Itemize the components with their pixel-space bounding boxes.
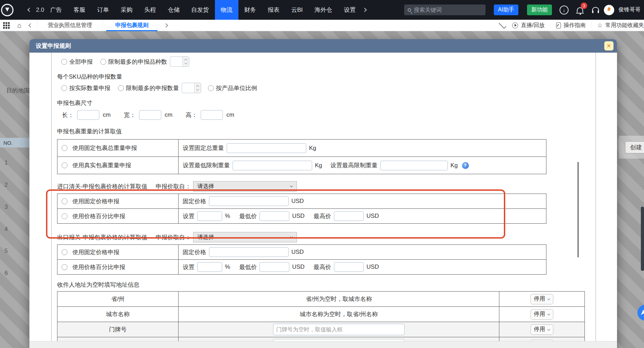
- import-min-label: 最低价: [239, 212, 257, 220]
- nav-item-ads[interactable]: 广告: [44, 0, 68, 20]
- ai-assistant-button[interactable]: AI助手: [494, 5, 518, 15]
- nav-item-cloudbi[interactable]: 云BI: [285, 0, 309, 20]
- radio-icon[interactable]: [62, 162, 67, 168]
- radio-limit-qty[interactable]: 限制最多的申报数量: [118, 84, 179, 92]
- height-input[interactable]: [201, 110, 223, 120]
- table-row: 使用固定包裹总重量申报 设置固定总重量 Kg: [57, 140, 546, 157]
- usd-unit: USD: [292, 264, 305, 270]
- tab-declare-package-rules[interactable]: 申报包裹规则: [105, 20, 159, 31]
- nav-item-logistics-active[interactable]: 物流: [215, 0, 238, 20]
- house-number-input[interactable]: [273, 324, 405, 335]
- width-input[interactable]: [139, 110, 161, 120]
- global-search-box[interactable]: [404, 5, 486, 15]
- radio-icon[interactable]: [61, 59, 67, 65]
- package-size-heading: 申报包裹尺寸: [57, 99, 596, 107]
- nav-back-chevron-icon[interactable]: [27, 8, 32, 12]
- import-price-source-select[interactable]: 请选择: [193, 181, 297, 191]
- nav-item-settings[interactable]: 设置: [338, 0, 362, 20]
- nav-item-service[interactable]: 客服: [68, 0, 91, 20]
- nav-item-purchase[interactable]: 采购: [115, 0, 138, 20]
- radio-icon[interactable]: [100, 59, 106, 65]
- city-status-select[interactable]: 停用: [530, 309, 553, 320]
- table-row: 城市名称 城市名称为空时，取省/州名称 停用: [57, 307, 585, 322]
- radio-unit-ratio[interactable]: 按产品单位比例: [208, 84, 257, 92]
- stepper-arrows-icon[interactable]: [182, 57, 189, 66]
- phone-input[interactable]: [273, 339, 405, 341]
- chevron-down-icon: [547, 312, 550, 315]
- house-number-status-select[interactable]: 停用: [530, 324, 553, 335]
- close-icon[interactable]: ✕: [604, 41, 614, 51]
- modal-scrollbar-thumb[interactable]: [578, 162, 579, 257]
- notifications-bell[interactable]: 3: [577, 7, 583, 12]
- nav-item-firstleg[interactable]: 头程: [138, 0, 162, 20]
- qty-limit-stepper[interactable]: [182, 83, 201, 93]
- radio-icon[interactable]: [62, 198, 67, 204]
- tab-business-license[interactable]: 营业执照信息管理: [37, 20, 103, 31]
- username-label[interactable]: 俊锋哥哥: [618, 6, 641, 14]
- radio-export-percent-price[interactable]: 使用价格百分比申报: [62, 263, 178, 271]
- help-icon[interactable]: ?: [462, 162, 469, 169]
- operation-guide-button[interactable]: 操作指南: [550, 22, 591, 29]
- radio-icon[interactable]: [62, 249, 67, 255]
- apps-grid-icon[interactable]: [3, 22, 10, 29]
- max-weight-input[interactable]: [380, 161, 448, 170]
- row-number: 3: [4, 204, 8, 211]
- search-input[interactable]: [414, 7, 473, 13]
- nav-version-label[interactable]: 2.0: [36, 7, 44, 14]
- nav-more-chevron-icon[interactable]: [362, 8, 367, 12]
- radio-icon[interactable]: [62, 264, 67, 270]
- new-features-button[interactable]: 新功能: [527, 5, 552, 15]
- floating-action-button[interactable]: [637, 305, 644, 321]
- import-percent-input[interactable]: [197, 211, 222, 221]
- nav-item-orders[interactable]: 订单: [91, 0, 115, 20]
- radio-limit-variety[interactable]: 限制最多的申报品种数: [100, 58, 167, 66]
- radio-declare-all[interactable]: 全部申报: [61, 58, 93, 66]
- home-icon[interactable]: ⌂: [17, 22, 21, 29]
- export-percent-input[interactable]: [197, 262, 222, 272]
- page-scrollbar-thumb[interactable]: [641, 207, 644, 271]
- usd-unit: USD: [366, 213, 379, 220]
- radio-import-fixed-price[interactable]: 使用固定价格申报: [62, 197, 178, 205]
- length-input[interactable]: [77, 110, 99, 120]
- nav-item-overseas[interactable]: 海外仓: [309, 0, 338, 20]
- radio-icon[interactable]: [208, 85, 214, 91]
- export-min-price-input[interactable]: [260, 262, 289, 272]
- live-replay-button[interactable]: 直播/回放: [506, 22, 550, 29]
- radio-icon[interactable]: [118, 85, 124, 91]
- nav-item-selfship[interactable]: 自发货: [185, 0, 215, 20]
- app-logo-icon[interactable]: [1, 4, 13, 16]
- radio-icon[interactable]: [61, 85, 67, 91]
- import-max-price-input[interactable]: [334, 211, 364, 221]
- collapse-chevron-icon[interactable]: [499, 21, 506, 29]
- export-max-price-input[interactable]: [334, 262, 364, 272]
- radio-fixed-total-weight[interactable]: 使用固定包裹总重量申报: [62, 144, 178, 152]
- export-price-source-select[interactable]: 请选择: [193, 232, 297, 242]
- export-fixed-price-input[interactable]: [209, 247, 289, 257]
- radio-export-fixed-price[interactable]: 使用固定价格申报: [62, 248, 178, 256]
- variety-count-stepper[interactable]: [170, 56, 189, 67]
- radio-icon[interactable]: [62, 213, 67, 219]
- import-fixed-price-input[interactable]: [209, 196, 289, 206]
- create-button[interactable]: 创建: [625, 141, 644, 153]
- support-headset-icon[interactable]: [592, 7, 599, 13]
- radio-actual-qty[interactable]: 按实际数量申报: [61, 84, 110, 92]
- import-min-price-input[interactable]: [260, 211, 289, 221]
- province-status-select[interactable]: 停用: [530, 294, 553, 304]
- favorites-button[interactable]: ☆ 常用功能收藏夹: [591, 22, 644, 29]
- nav-item-reports[interactable]: 报表: [262, 0, 285, 20]
- nav-item-warehouse[interactable]: 仓储: [162, 0, 185, 20]
- fixed-weight-input[interactable]: [227, 143, 306, 153]
- download-icon[interactable]: ↓: [560, 6, 569, 15]
- width-label: 宽：: [124, 111, 136, 119]
- phone-status-select[interactable]: 停用: [530, 340, 553, 341]
- min-weight-input[interactable]: [233, 161, 312, 170]
- address-table: 省/州 省/州为空时，取城市名称 停用 城市名称 城市名称为空时，取省/州名称 …: [57, 291, 585, 341]
- stepper-arrows-icon[interactable]: [194, 83, 201, 93]
- tabs-scroll-left-icon[interactable]: [28, 23, 33, 28]
- user-avatar[interactable]: [604, 5, 614, 15]
- radio-import-percent-price[interactable]: 使用价格百分比申报: [62, 212, 178, 220]
- radio-real-weight[interactable]: 使用真实包裹重量申报: [62, 161, 178, 169]
- nav-item-finance[interactable]: 财务: [238, 0, 262, 20]
- radio-icon[interactable]: [62, 145, 67, 151]
- tabs-scroll-right-icon[interactable]: [164, 23, 168, 28]
